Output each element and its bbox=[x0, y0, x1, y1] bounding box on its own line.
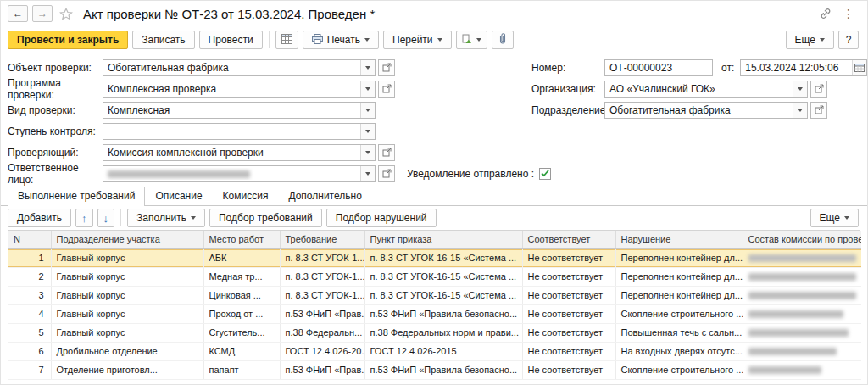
table-cell[interactable]: Скопление строительного ... bbox=[615, 360, 743, 379]
help-button[interactable]: ? bbox=[838, 31, 859, 49]
table-cell[interactable]: п.38 Федеральных норм и прави... bbox=[364, 323, 522, 342]
move-down-button[interactable]: ↓ bbox=[97, 209, 115, 227]
organization-field[interactable]: АО «Учалинский ГОК» bbox=[604, 81, 808, 98]
table-cell[interactable]: 3 bbox=[8, 286, 51, 304]
table-cell[interactable]: Медная тр... bbox=[203, 267, 280, 286]
column-header-n[interactable]: N bbox=[8, 231, 51, 248]
forward-button[interactable]: → bbox=[32, 5, 53, 22]
more-menu-icon[interactable]: ⋮ bbox=[838, 7, 859, 20]
table-cell[interactable]: 7 bbox=[8, 360, 51, 379]
table-row[interactable]: 2Главный корпусМедная тр...п. 8.3 СТ УГО… bbox=[8, 267, 861, 286]
table-cell[interactable]: папапт bbox=[203, 360, 280, 379]
program-open-button[interactable] bbox=[378, 81, 395, 98]
calendar-button[interactable] bbox=[852, 60, 866, 75]
control-stage-dropdown-button[interactable] bbox=[360, 124, 375, 139]
table-cell[interactable]: Не соответствует bbox=[522, 248, 615, 267]
column-header-dept[interactable]: Подразделение участка bbox=[51, 231, 203, 248]
write-button[interactable]: Записать bbox=[132, 31, 194, 49]
table-cell[interactable]: Не соответствует bbox=[522, 360, 615, 379]
get-link-icon[interactable] bbox=[817, 8, 834, 20]
column-header-commission[interactable]: Состав комиссии по проверке bbox=[743, 231, 861, 248]
table-cell[interactable]: п.53 ФНиП «Правила безопасно... bbox=[364, 304, 522, 323]
goto-button[interactable]: Перейти bbox=[383, 31, 452, 49]
table-cell-commission-redacted[interactable] bbox=[743, 267, 861, 286]
table-cell[interactable]: 1 bbox=[8, 248, 51, 267]
table-cell[interactable]: Не соответствует bbox=[522, 286, 615, 304]
table-cell[interactable]: Повышенная течь с сальн... bbox=[615, 323, 743, 342]
notification-sent-checkbox[interactable] bbox=[539, 168, 551, 180]
column-header-requirement[interactable]: Требование bbox=[280, 231, 364, 248]
column-header-place[interactable]: Место работ bbox=[203, 231, 280, 248]
table-cell[interactable]: 6 bbox=[8, 342, 51, 360]
table-cell[interactable]: п. 8.3 СТ УГОК-16-15 «Система ... bbox=[364, 248, 522, 267]
table-row[interactable]: 4Главный корпусПроход от ...п.53 ФНиП «П… bbox=[8, 304, 861, 323]
table-cell[interactable]: 5 bbox=[8, 323, 51, 342]
back-button[interactable]: ← bbox=[8, 5, 28, 22]
table-row[interactable]: 6Дробильное отделениеКСМДГОСТ 12.4.026-2… bbox=[8, 342, 861, 360]
column-header-clause[interactable]: Пункт приказа bbox=[364, 231, 522, 248]
inspector-open-button[interactable] bbox=[378, 144, 395, 161]
table-cell-commission-redacted[interactable] bbox=[743, 360, 861, 379]
table-more-button[interactable]: Еще bbox=[810, 209, 859, 227]
table-cell[interactable]: Не соответствует bbox=[522, 267, 615, 286]
department-field[interactable]: Обогатительная фабрика bbox=[604, 102, 808, 119]
object-dropdown-button[interactable] bbox=[360, 60, 375, 75]
table-cell[interactable]: п.53 ФНиП «Правила безопасно... bbox=[364, 360, 522, 379]
table-cell[interactable]: п. 8.3 СТ УГОК-16-15 «Система ... bbox=[364, 286, 522, 304]
table-cell[interactable]: Сгуститель... bbox=[203, 323, 280, 342]
object-open-button[interactable] bbox=[378, 59, 395, 76]
table-cell[interactable]: Главный корпус bbox=[51, 304, 203, 323]
table-cell[interactable]: п.38 Федеральн... bbox=[280, 323, 364, 342]
table-cell[interactable]: Главный корпус bbox=[51, 267, 203, 286]
organization-open-button[interactable] bbox=[810, 81, 827, 98]
responsible-field[interactable] bbox=[103, 165, 376, 182]
table-cell[interactable]: Главный корпус bbox=[51, 286, 203, 304]
inspector-dropdown-button[interactable] bbox=[360, 145, 375, 160]
table-cell[interactable]: Не соответствует bbox=[522, 342, 615, 360]
table-cell[interactable]: Не соответствует bbox=[522, 323, 615, 342]
table-cell[interactable]: Переполнен контейнер дл... bbox=[615, 286, 743, 304]
responsible-open-button[interactable] bbox=[378, 165, 395, 182]
table-cell[interactable]: п.53 ФНиП «Прав... bbox=[280, 360, 364, 379]
table-row[interactable]: 7Отделение приготовл...папаптп.53 ФНиП «… bbox=[8, 360, 861, 379]
table-cell[interactable]: Главный корпус bbox=[51, 323, 203, 342]
table-cell[interactable]: Скопление строительного ... bbox=[615, 304, 743, 323]
tab-additional[interactable]: Дополнительно bbox=[278, 187, 371, 205]
table-cell[interactable]: Дробильное отделение bbox=[51, 342, 203, 360]
pick-violations-button[interactable]: Подбор нарушений bbox=[326, 209, 437, 227]
table-row[interactable]: 1Главный корпусАБКп. 8.3 СТ УГОК-1...п. … bbox=[8, 248, 861, 267]
table-cell-commission-redacted[interactable] bbox=[743, 304, 861, 323]
table-cell[interactable]: Не соответствует bbox=[522, 304, 615, 323]
table-cell[interactable]: п. 8.3 СТ УГОК-1... bbox=[280, 267, 364, 286]
more-button[interactable]: Еще bbox=[786, 31, 834, 49]
favorite-star-icon[interactable] bbox=[59, 8, 73, 20]
attachments-button[interactable] bbox=[492, 31, 514, 49]
post-button[interactable]: Провести bbox=[199, 31, 263, 49]
table-cell[interactable]: КСМД bbox=[203, 342, 280, 360]
move-up-button[interactable]: ↑ bbox=[75, 209, 93, 227]
table-cell-commission-redacted[interactable] bbox=[743, 248, 861, 267]
tab-commission[interactable]: Комиссия bbox=[213, 187, 279, 205]
table-cell[interactable]: ГОСТ 12.4.026-20... bbox=[280, 342, 364, 360]
table-cell-commission-redacted[interactable] bbox=[743, 286, 861, 304]
column-header-violation[interactable]: Нарушение bbox=[615, 231, 743, 248]
table-cell[interactable]: АБК bbox=[203, 248, 280, 267]
table-cell-commission-redacted[interactable] bbox=[743, 342, 861, 360]
column-header-match[interactable]: Соответствует bbox=[522, 231, 615, 248]
show-in-list-button[interactable] bbox=[275, 31, 298, 49]
kind-field[interactable]: Комплексная bbox=[103, 102, 376, 119]
responsible-dropdown-button[interactable] bbox=[360, 166, 375, 181]
table-cell[interactable]: 4 bbox=[8, 304, 51, 323]
create-based-on-button[interactable] bbox=[456, 31, 487, 49]
table-cell[interactable]: Переполнен контейнер дл... bbox=[615, 248, 743, 267]
organization-dropdown-button[interactable] bbox=[793, 81, 807, 97]
kind-dropdown-button[interactable] bbox=[360, 103, 375, 118]
number-field[interactable]: ОТ-00000023 bbox=[604, 59, 713, 76]
table-cell[interactable]: п. 8.3 СТ УГОК-1... bbox=[280, 286, 364, 304]
table-cell[interactable]: Проход от ... bbox=[203, 304, 280, 323]
table-cell-commission-redacted[interactable] bbox=[743, 323, 861, 342]
department-dropdown-button[interactable] bbox=[793, 103, 807, 118]
object-field[interactable]: Обогатительная фабрика bbox=[103, 59, 376, 76]
table-cell[interactable]: Переполнен контейнер дл... bbox=[615, 267, 743, 286]
department-open-button[interactable] bbox=[810, 102, 827, 119]
